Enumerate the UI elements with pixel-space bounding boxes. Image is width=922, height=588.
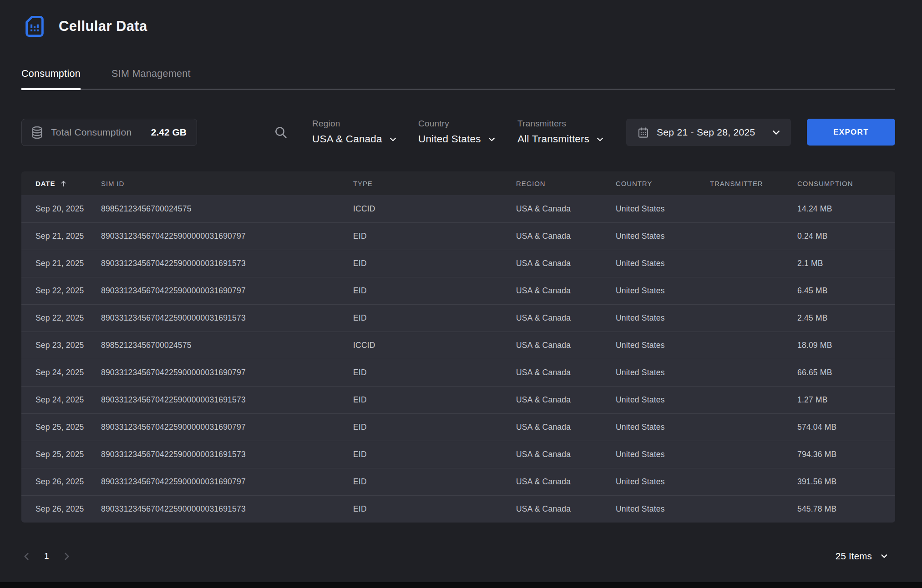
table-row: Sep 26, 2025 890331234567042259000000316… xyxy=(21,468,895,495)
cell-country: United States xyxy=(616,368,710,377)
total-consumption-label: Total Consumption xyxy=(51,127,132,138)
cell-country: United States xyxy=(616,504,710,514)
cell-sim-id: 89033123456704225900000031691573 xyxy=(101,395,353,405)
cell-consumption: 2.1 MB xyxy=(797,259,895,268)
tab-consumption[interactable]: Consumption xyxy=(21,68,81,89)
table-row: Sep 20, 2025 89852123456700024575 ICCID … xyxy=(21,195,895,222)
region-dropdown[interactable]: Region USA & Canada xyxy=(312,119,397,145)
cell-sim-id: 89033123456704225900000031690797 xyxy=(101,422,353,432)
table-header-row: DATE SIM ID TYPE REGION COUNTRY TRANSMIT… xyxy=(21,171,895,195)
cell-type: EID xyxy=(353,313,516,323)
cell-region: USA & Canada xyxy=(516,422,616,432)
transmitters-label: Transmitters xyxy=(517,119,604,129)
total-consumption-value: 2.42 GB xyxy=(151,127,187,138)
cell-country: United States xyxy=(616,313,710,323)
pagination-bar: 1 25 Items xyxy=(21,546,895,566)
search-icon[interactable] xyxy=(274,125,288,140)
cell-country: United States xyxy=(616,422,710,432)
cell-consumption: 794.36 MB xyxy=(797,450,895,459)
filter-bar: Total Consumption 2.42 GB Region USA & C… xyxy=(21,119,895,146)
date-range-picker[interactable]: Sep 21 - Sep 28, 2025 xyxy=(626,119,791,146)
cell-country: United States xyxy=(616,286,710,296)
cell-date: Sep 25, 2025 xyxy=(35,422,101,432)
cell-date: Sep 21, 2025 xyxy=(35,231,101,241)
bottom-edge-strip xyxy=(0,582,922,588)
cell-date: Sep 23, 2025 xyxy=(35,341,101,350)
column-header-region[interactable]: REGION xyxy=(516,180,616,187)
table-row: Sep 21, 2025 890331234567042259000000316… xyxy=(21,250,895,277)
cell-region: USA & Canada xyxy=(516,286,616,296)
chevron-left-icon[interactable] xyxy=(21,551,32,562)
cell-type: EID xyxy=(353,422,516,432)
cell-type: EID xyxy=(353,395,516,405)
cell-region: USA & Canada xyxy=(516,313,616,323)
cell-consumption: 545.78 MB xyxy=(797,504,895,514)
table-row: Sep 24, 2025 890331234567042259000000316… xyxy=(21,386,895,413)
cell-country: United States xyxy=(616,450,710,459)
table-body: Sep 20, 2025 89852123456700024575 ICCID … xyxy=(21,195,895,523)
tab-sim-management[interactable]: SIM Management xyxy=(111,68,191,89)
transmitters-dropdown[interactable]: Transmitters All Transmitters xyxy=(517,119,604,145)
cell-date: Sep 24, 2025 xyxy=(35,368,101,377)
cell-sim-id: 89033123456704225900000031691573 xyxy=(101,259,353,268)
page-number[interactable]: 1 xyxy=(44,551,49,561)
sort-ascending-icon xyxy=(60,180,67,187)
cell-region: USA & Canada xyxy=(516,504,616,514)
cell-region: USA & Canada xyxy=(516,204,616,214)
region-label: Region xyxy=(312,119,397,129)
cell-consumption: 0.24 MB xyxy=(797,231,895,241)
total-consumption-card: Total Consumption 2.42 GB xyxy=(21,119,197,146)
cell-region: USA & Canada xyxy=(516,450,616,459)
cell-region: USA & Canada xyxy=(516,395,616,405)
column-header-country[interactable]: COUNTRY xyxy=(616,180,710,187)
cell-date: Sep 22, 2025 xyxy=(35,286,101,296)
cell-region: USA & Canada xyxy=(516,231,616,241)
column-header-type[interactable]: TYPE xyxy=(353,180,516,187)
cell-country: United States xyxy=(616,259,710,268)
table-row: Sep 24, 2025 890331234567042259000000316… xyxy=(21,359,895,386)
column-header-transmitter[interactable]: TRANSMITTER xyxy=(710,180,797,187)
transmitters-value: All Transmitters xyxy=(517,133,589,145)
cell-date: Sep 20, 2025 xyxy=(35,204,101,214)
tab-bar: Consumption SIM Management xyxy=(21,68,895,90)
cell-type: EID xyxy=(353,477,516,487)
cell-sim-id: 89033123456704225900000031690797 xyxy=(101,231,353,241)
cell-type: EID xyxy=(353,286,516,296)
column-header-date[interactable]: DATE xyxy=(35,180,101,187)
page-title: Cellular Data xyxy=(59,18,147,35)
cell-type: EID xyxy=(353,450,516,459)
column-header-sim-id[interactable]: SIM ID xyxy=(101,180,353,187)
cell-sim-id: 89852123456700024575 xyxy=(101,341,353,350)
items-per-page-value: 25 Items xyxy=(836,551,872,562)
date-range-value: Sep 21 - Sep 28, 2025 xyxy=(657,127,755,138)
cell-sim-id: 89033123456704225900000031691573 xyxy=(101,504,353,514)
chevron-down-icon xyxy=(596,135,604,144)
cell-region: USA & Canada xyxy=(516,368,616,377)
table-row: Sep 25, 2025 890331234567042259000000316… xyxy=(21,441,895,468)
cell-consumption: 66.65 MB xyxy=(797,368,895,377)
chevron-down-icon xyxy=(880,552,888,560)
export-button[interactable]: EXPORT xyxy=(807,119,895,146)
chevron-right-icon[interactable] xyxy=(61,551,72,562)
country-dropdown[interactable]: Country United States xyxy=(418,119,496,145)
cell-date: Sep 26, 2025 xyxy=(35,477,101,487)
cellular-data-page: Cellular Data Consumption SIM Management… xyxy=(21,0,895,566)
cell-country: United States xyxy=(616,231,710,241)
cell-date: Sep 26, 2025 xyxy=(35,504,101,514)
column-header-consumption[interactable]: CONSUMPTION xyxy=(797,180,895,187)
cell-consumption: 6.45 MB xyxy=(797,286,895,296)
cell-date: Sep 24, 2025 xyxy=(35,395,101,405)
items-per-page-dropdown[interactable]: 25 Items xyxy=(836,551,888,562)
cell-type: EID xyxy=(353,368,516,377)
cell-sim-id: 89033123456704225900000031691573 xyxy=(101,313,353,323)
cell-consumption: 391.56 MB xyxy=(797,477,895,487)
table-row: Sep 26, 2025 890331234567042259000000316… xyxy=(21,495,895,523)
cell-sim-id: 89033123456704225900000031690797 xyxy=(101,368,353,377)
cell-sim-id: 89033123456704225900000031690797 xyxy=(101,286,353,296)
cell-consumption: 18.09 MB xyxy=(797,341,895,350)
calendar-icon xyxy=(637,126,649,139)
country-label: Country xyxy=(418,119,496,129)
cell-type: EID xyxy=(353,231,516,241)
table-row: Sep 22, 2025 890331234567042259000000316… xyxy=(21,304,895,332)
database-icon xyxy=(30,126,44,140)
